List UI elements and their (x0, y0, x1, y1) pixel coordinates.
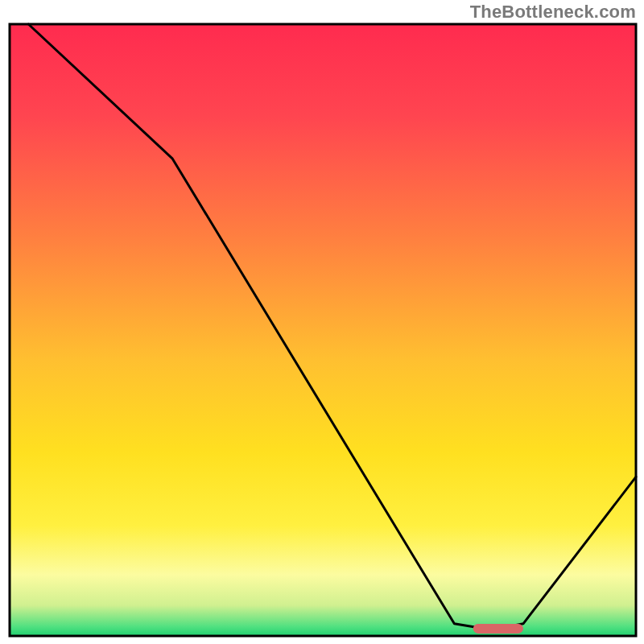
chart-background (10, 24, 636, 636)
watermark-text: TheBottleneck.com (470, 2, 636, 23)
chart-container: TheBottleneck.com (0, 0, 644, 644)
optimum-marker (473, 624, 523, 634)
bottleneck-chart (0, 0, 644, 644)
